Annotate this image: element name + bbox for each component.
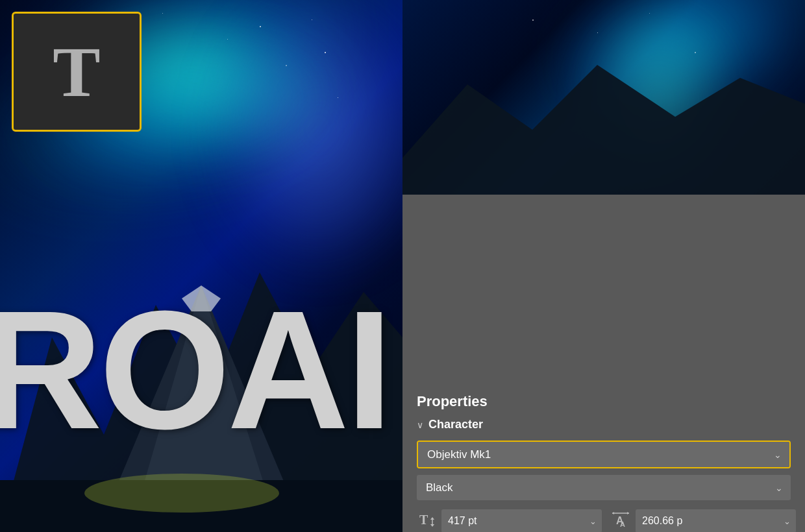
properties-header: Properties ∨ Character Objektiv Mk1 Aria… [402,383,805,532]
font-size-chevron-icon[interactable]: ⌄ [584,516,602,526]
svg-marker-9 [430,517,434,520]
star [260,26,261,27]
star [286,65,287,66]
character-section-title: Character [428,418,483,431]
leading-input[interactable] [636,509,778,532]
star [649,13,650,14]
star [695,52,696,53]
star [338,97,338,98]
star [312,19,312,20]
svg-marker-14 [627,512,629,514]
panel-mountain [402,65,805,195]
svg-marker-13 [612,512,614,514]
panel-top-image [402,0,805,195]
size-leading-row: T ⌄ A [417,509,791,532]
star [532,19,534,21]
panel-title: Properties [417,393,791,410]
type-tool-icon: T [53,36,100,108]
svg-marker-6 [402,65,805,195]
character-section-header: ∨ Character [417,418,791,431]
font-size-input-group: ⌄ [441,509,602,532]
svg-point-5 [84,474,279,513]
font-size-input[interactable] [441,509,584,532]
roar-text: ROAI [0,285,390,454]
font-family-select[interactable]: Objektiv Mk1 Arial Helvetica Georgia [418,442,789,467]
star [227,39,228,40]
canvas-area: ROAI T [0,0,402,532]
panel-body: Properties ∨ Character Objektiv Mk1 Aria… [402,195,805,532]
star [597,32,598,33]
section-collapse-arrow[interactable]: ∨ [417,420,423,430]
leading-icon: A A [611,511,630,531]
font-family-dropdown-row: Objektiv Mk1 Arial Helvetica Georgia ⌄ [417,441,791,468]
svg-text:A: A [620,520,625,528]
star [162,13,163,14]
font-size-icon: T [417,511,436,531]
svg-marker-10 [430,524,434,527]
text-tool-indicator[interactable]: T [12,12,142,132]
font-style-select[interactable]: Black Bold Regular Light [417,475,791,500]
svg-text:T: T [419,513,428,527]
leading-input-group: ⌄ [636,509,796,532]
star [325,52,326,53]
properties-panel: Properties ∨ Character Objektiv Mk1 Aria… [402,0,805,532]
font-style-dropdown-row: Black Bold Regular Light ⌄ [417,475,791,500]
leading-chevron-icon[interactable]: ⌄ [778,516,796,526]
